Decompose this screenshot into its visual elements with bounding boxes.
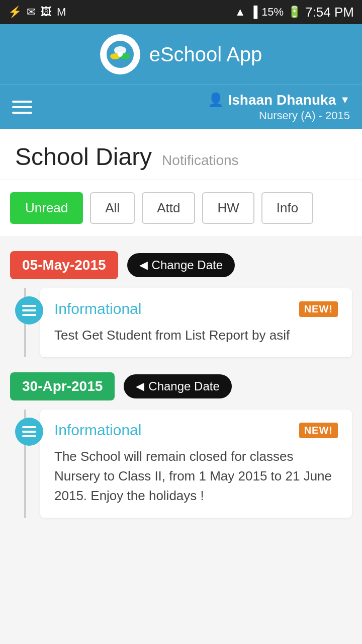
image-icon: 🖼 bbox=[41, 6, 52, 19]
change-date-label-1: Change Date bbox=[152, 258, 223, 272]
date-badge-2: 30-Apr-2015 bbox=[10, 372, 115, 400]
diary-card-1: Informational NEW! Test Get Student from… bbox=[40, 288, 352, 357]
card-body-1: Test Get Student from List Report by asi… bbox=[54, 326, 338, 345]
card-type-1: Informational bbox=[54, 300, 141, 317]
change-date-btn-2[interactable]: ◀ Change Date bbox=[124, 374, 231, 398]
timeline-item-2: Informational NEW! The School will remai… bbox=[40, 410, 352, 518]
tab-all[interactable]: All bbox=[90, 192, 135, 224]
svg-point-4 bbox=[118, 52, 123, 57]
status-icons-right: ▲ ▐ 15% 🔋 7:54 PM bbox=[235, 5, 354, 20]
tab-attd[interactable]: Attd bbox=[142, 192, 195, 224]
card-header-1: Informational NEW! bbox=[54, 300, 338, 317]
card-header-2: Informational NEW! bbox=[54, 422, 338, 439]
timeline-1: Informational NEW! Test Get Student from… bbox=[10, 288, 352, 357]
change-date-arrow-icon-2: ◀ bbox=[136, 380, 144, 393]
user-info[interactable]: 👤 Ishaan Dhanuka ▼ Nursery (A) - 2015 bbox=[208, 92, 350, 122]
battery-level: 15% bbox=[261, 6, 284, 19]
logo-icon bbox=[105, 39, 135, 69]
card-body-2: The School will remain closed for classe… bbox=[54, 447, 338, 506]
page-title: School Diary bbox=[15, 143, 152, 171]
hamburger-menu[interactable] bbox=[12, 101, 32, 114]
change-date-label-2: Change Date bbox=[148, 379, 219, 393]
new-badge-1: NEW! bbox=[299, 301, 338, 317]
new-badge-2: NEW! bbox=[299, 423, 338, 438]
user-name-text: Ishaan Dhanuka bbox=[228, 92, 336, 108]
dropdown-arrow-icon[interactable]: ▼ bbox=[340, 94, 350, 106]
list-icon-2 bbox=[22, 426, 36, 437]
status-time: 7:54 PM bbox=[305, 5, 354, 20]
change-date-btn-1[interactable]: ◀ Change Date bbox=[127, 253, 235, 277]
signal-icon: ▐ bbox=[250, 6, 258, 19]
page-header: School Diary Notifications bbox=[0, 129, 362, 180]
date-badge-1: 05-May-2015 bbox=[10, 251, 118, 279]
timeline-2: Informational NEW! The School will remai… bbox=[10, 410, 352, 518]
tab-info[interactable]: Info bbox=[261, 192, 313, 224]
date-row-1: 05-May-2015 ◀ Change Date bbox=[10, 251, 352, 279]
usb-icon: ⚡ bbox=[8, 6, 22, 19]
app-title: eSchool App bbox=[149, 43, 262, 66]
date-row-2: 30-Apr-2015 ◀ Change Date bbox=[10, 372, 352, 400]
tab-unread[interactable]: Unread bbox=[10, 192, 83, 224]
mail-icon: ✉ bbox=[27, 6, 36, 19]
app-logo bbox=[100, 34, 140, 74]
page-subtitle: Notifications bbox=[162, 152, 239, 169]
nav-bar: 👤 Ishaan Dhanuka ▼ Nursery (A) - 2015 bbox=[0, 85, 362, 129]
status-icons-left: ⚡ ✉ 🖼 M bbox=[8, 6, 66, 19]
content-area: 05-May-2015 ◀ Change Date Informational … bbox=[0, 236, 362, 543]
user-avatar-icon: 👤 bbox=[208, 92, 224, 108]
change-date-arrow-icon-1: ◀ bbox=[139, 259, 148, 272]
user-name-row: 👤 Ishaan Dhanuka ▼ bbox=[208, 92, 350, 108]
wifi-icon: ▲ bbox=[235, 6, 246, 19]
status-bar: ⚡ ✉ 🖼 M ▲ ▐ 15% 🔋 7:54 PM bbox=[0, 0, 362, 24]
tab-hw[interactable]: HW bbox=[202, 192, 254, 224]
app-header: eSchool App bbox=[0, 24, 362, 85]
card-type-2: Informational bbox=[54, 422, 141, 439]
timeline-icon-1 bbox=[15, 296, 43, 325]
battery-icon: 🔋 bbox=[288, 6, 301, 19]
filter-tabs: Unread All Attd HW Info bbox=[0, 180, 362, 236]
timeline-icon-2 bbox=[15, 418, 43, 446]
user-class-text: Nursery (A) - 2015 bbox=[208, 109, 350, 122]
list-icon-1 bbox=[22, 305, 36, 316]
timeline-item-1: Informational NEW! Test Get Student from… bbox=[40, 288, 352, 357]
gmail-icon: M bbox=[57, 6, 66, 19]
diary-card-2: Informational NEW! The School will remai… bbox=[40, 410, 352, 518]
